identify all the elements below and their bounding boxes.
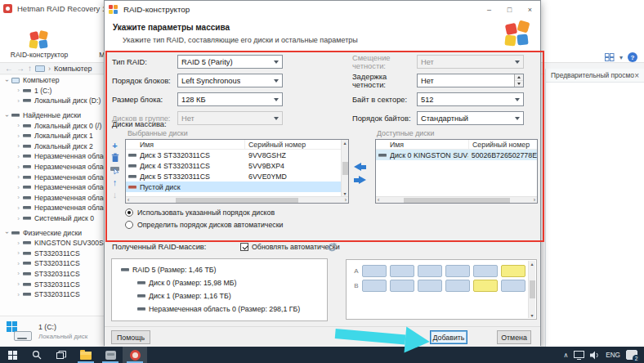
list-header[interactable]: Имя Серийный номер bbox=[126, 140, 341, 150]
expand-chevron-icon[interactable]: › bbox=[15, 184, 22, 191]
task-view-button[interactable] bbox=[49, 347, 74, 363]
expand-chevron-icon[interactable]: › bbox=[3, 77, 11, 84]
sidebar-tree-item[interactable]: › Компьютер bbox=[0, 75, 104, 86]
delete-disk-button[interactable] bbox=[109, 152, 121, 163]
sidebar-tree-item[interactable]: › ST3320311CS bbox=[0, 249, 104, 259]
horizontal-scrollbar[interactable]: ‹ › bbox=[126, 196, 348, 203]
scroll-left-icon[interactable]: ‹ bbox=[378, 197, 379, 203]
disk-row[interactable]: Диск 0 KINGSTON SUV300S37A240G 50026B726… bbox=[376, 150, 537, 160]
field-dropdown[interactable]: Left Synchronous bbox=[177, 74, 283, 87]
nav-back-icon[interactable]: ← bbox=[5, 64, 13, 74]
expand-chevron-icon[interactable]: › bbox=[15, 153, 22, 160]
expand-chevron-icon[interactable]: › bbox=[15, 270, 22, 277]
vertical-scrollbar[interactable]: ▴ ▾ bbox=[341, 140, 348, 196]
expand-chevron-icon[interactable]: › bbox=[15, 132, 22, 140]
tray-language[interactable]: ENG bbox=[606, 352, 620, 359]
list-header[interactable]: Имя Серийный номер bbox=[376, 140, 537, 150]
horizontal-scrollbar[interactable]: ‹ › bbox=[376, 196, 537, 203]
scroll-right-icon[interactable]: › bbox=[345, 197, 347, 203]
chevron-down-icon[interactable]: ▾ bbox=[619, 54, 623, 61]
sidebar-tree-item[interactable]: › ST3320311CS bbox=[0, 279, 104, 289]
sidebar-tree-item[interactable]: › Неразмеченная облас bbox=[0, 203, 104, 213]
expand-chevron-icon[interactable]: › bbox=[15, 122, 22, 129]
nav-forward-icon[interactable]: → bbox=[16, 64, 25, 74]
disk-row[interactable]: Диск 5 ST3320311CS 6VVE0YMD bbox=[126, 171, 341, 182]
sidebar-tree-item[interactable]: › Локальный диск (D:) bbox=[0, 96, 104, 106]
start-button[interactable] bbox=[0, 347, 25, 363]
raid-tree-item[interactable]: Диск 0 (Размер: 15,98 МБ) bbox=[112, 276, 327, 289]
scroll-down-icon[interactable]: ▾ bbox=[343, 190, 346, 196]
scroll-up-icon[interactable]: ▴ bbox=[343, 140, 346, 146]
radio-button-icon[interactable] bbox=[125, 208, 133, 217]
help-icon[interactable]: ? bbox=[628, 52, 637, 62]
expand-chevron-icon[interactable]: › bbox=[3, 112, 11, 119]
expand-chevron-icon[interactable]: › bbox=[15, 142, 22, 150]
radio-option[interactable]: Определить порядок дисков автоматически bbox=[125, 220, 284, 230]
scrollbar-thumb[interactable] bbox=[342, 162, 348, 175]
move-down-button[interactable]: ↓ bbox=[109, 189, 121, 199]
expand-chevron-icon[interactable]: › bbox=[15, 215, 22, 222]
sidebar-tree-item[interactable]: › Неразмеченная облас bbox=[0, 182, 104, 193]
sidebar-tree-item[interactable]: › Физические диски bbox=[0, 227, 104, 238]
scroll-right-icon[interactable]: › bbox=[534, 197, 535, 203]
column-name[interactable]: Имя bbox=[376, 140, 469, 149]
expand-chevron-icon[interactable]: › bbox=[15, 240, 22, 247]
move-up-button[interactable]: ↑ bbox=[109, 177, 121, 187]
spinner-buttons[interactable] bbox=[514, 74, 523, 87]
column-serial[interactable]: Серийный номер bbox=[469, 141, 530, 149]
sidebar-tree-item[interactable]: › Неразмеченная облас bbox=[0, 172, 104, 182]
sidebar-tree-item[interactable]: › Найденные диски bbox=[0, 110, 104, 121]
scroll-up-icon[interactable]: ▴ bbox=[530, 261, 533, 267]
field-dropdown[interactable]: 512 bbox=[417, 92, 524, 106]
refresh-button[interactable] bbox=[327, 241, 338, 252]
sidebar-tree-item[interactable]: › Неразмеченная облас bbox=[0, 162, 104, 173]
dialog-titlebar[interactable]: RAID-конструктор – □ × bbox=[105, 1, 540, 18]
scroll-down-icon[interactable]: ▾ bbox=[530, 312, 533, 318]
field-dropdown[interactable]: Нет bbox=[417, 55, 524, 69]
add-disk-button[interactable]: + bbox=[109, 140, 121, 150]
field-dropdown[interactable]: Стандартный bbox=[417, 111, 524, 125]
cancel-button[interactable]: Отмена bbox=[497, 330, 531, 344]
search-button[interactable] bbox=[25, 347, 49, 363]
column-serial[interactable]: Серийный номер bbox=[245, 141, 306, 149]
result-raid-tree[interactable]: RAID 5 (Размер: 1,46 ТБ) Диск 0 (Размер:… bbox=[111, 258, 328, 321]
scrollbar-thumb[interactable] bbox=[530, 280, 535, 298]
move-to-available-button[interactable] bbox=[354, 176, 366, 184]
taskbar-file-explorer[interactable] bbox=[74, 347, 98, 363]
sidebar-tree-item[interactable]: › ST3320311CS bbox=[0, 269, 104, 280]
maximize-button[interactable]: □ bbox=[499, 1, 520, 18]
field-dropdown[interactable]: Нет bbox=[177, 111, 283, 125]
tray-display-icon[interactable] bbox=[574, 351, 584, 360]
expand-chevron-icon[interactable]: › bbox=[15, 173, 22, 181]
disk-row[interactable]: Диск 3 ST3320311CS 9VV8GSHZ bbox=[126, 150, 341, 160]
expand-chevron-icon[interactable]: › bbox=[15, 87, 22, 94]
taskbar-disk-tool[interactable] bbox=[98, 347, 123, 363]
close-icon[interactable]: × bbox=[634, 71, 639, 80]
auto-update-option[interactable]: Обновлять автоматически bbox=[240, 243, 340, 251]
scroll-left-icon[interactable]: ‹ bbox=[127, 197, 129, 203]
close-button[interactable]: × bbox=[520, 1, 540, 18]
sidebar-tree-item[interactable]: › KINGSTON SUV300S37A bbox=[0, 238, 104, 249]
field-dropdown[interactable]: 128 КБ bbox=[177, 92, 283, 106]
column-name[interactable]: Имя bbox=[126, 140, 245, 149]
selected-disks-list[interactable]: Имя Серийный номер Диск 3 ST3320311CS 9V… bbox=[125, 139, 349, 204]
help-button[interactable]: Помощь bbox=[111, 330, 150, 344]
tray-notifications[interactable]: 2 bbox=[626, 350, 637, 360]
expand-chevron-icon[interactable]: › bbox=[3, 229, 11, 236]
checkbox-checked-icon[interactable] bbox=[240, 243, 248, 251]
nav-up-icon[interactable]: ↑ bbox=[28, 64, 32, 74]
disk-row[interactable]: Диск 4 ST3320311CS 5VV9BXP4 bbox=[126, 160, 341, 171]
minimize-button[interactable]: – bbox=[479, 1, 499, 18]
available-disks-list[interactable]: Имя Серийный номер Диск 0 KINGSTON SUV30… bbox=[375, 139, 538, 204]
radio-option[interactable]: Использовать указанный порядок дисков bbox=[125, 208, 284, 217]
insert-empty-disk-button[interactable] bbox=[109, 164, 121, 175]
toolbar-raid-constructor-button[interactable]: RAID-конструктор bbox=[3, 28, 75, 62]
sidebar-tree-item[interactable]: › ST3320311CS bbox=[0, 258, 104, 269]
sidebar-tree-item[interactable]: › Локальный диск 0 (/) bbox=[0, 120, 104, 131]
expand-chevron-icon[interactable]: › bbox=[15, 280, 22, 288]
disk-row[interactable]: Пустой диск bbox=[126, 182, 341, 192]
taskbar-hetman-app[interactable] bbox=[123, 347, 147, 363]
grid-vertical-scrollbar[interactable]: ▴ ▾ bbox=[528, 261, 535, 318]
scrollbar-thumb[interactable] bbox=[176, 198, 298, 203]
scrollbar-thumb[interactable] bbox=[404, 198, 510, 203]
